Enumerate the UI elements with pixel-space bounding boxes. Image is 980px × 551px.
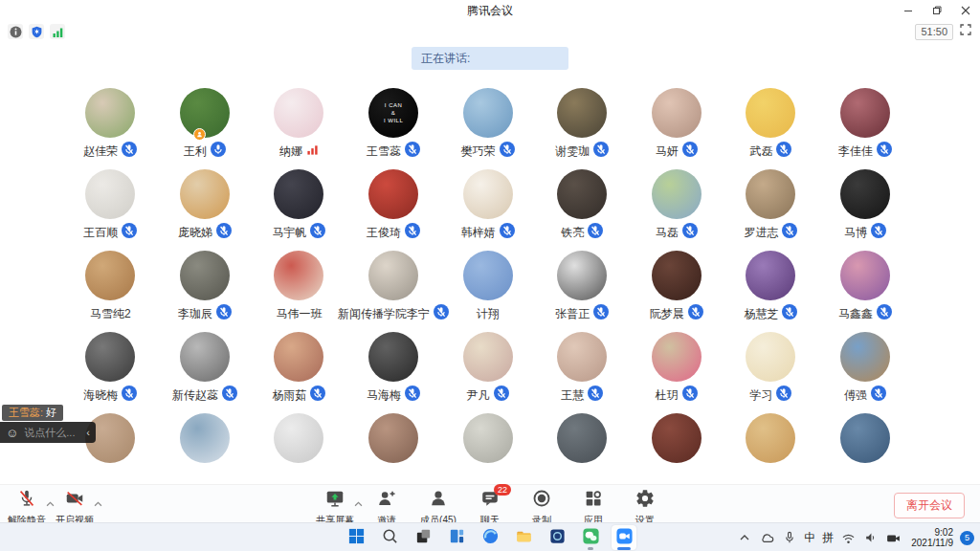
avatar <box>368 251 418 300</box>
taskbar-edge[interactable] <box>478 525 502 550</box>
participant-tile[interactable]: 韩梓婧 <box>440 165 535 247</box>
participant-tile[interactable]: 马妍 <box>630 84 724 165</box>
participant-name: 赵佳荣 <box>83 143 118 160</box>
microphone-icon[interactable] <box>782 530 797 545</box>
chat-input-bar[interactable]: ☺ 说点什么... ‹ <box>0 422 96 443</box>
toolbar-button-apps[interactable]: 应用 <box>572 488 614 527</box>
participant-tile[interactable]: 樊巧荣 <box>440 84 535 165</box>
participant-tile[interactable]: 新闻传播学院李宁 <box>346 247 441 328</box>
participant-tile[interactable]: 赵佳荣 <box>63 84 158 165</box>
chat-input-placeholder[interactable]: 说点什么... <box>24 426 86 440</box>
taskbar-file-explorer[interactable] <box>511 525 536 550</box>
taskbar-search[interactable] <box>377 525 402 550</box>
toolbar-button-members[interactable]: 成员(45) <box>417 488 459 527</box>
cloud-icon[interactable] <box>759 530 775 546</box>
avatar <box>180 413 230 463</box>
participant-tile[interactable] <box>724 409 818 491</box>
toolbar-button-chat[interactable]: 聊天22 <box>469 488 511 527</box>
chat-collapse-icon[interactable]: ‹ <box>86 427 90 438</box>
participant-tile[interactable]: 杨雨茹 <box>252 328 346 409</box>
ime-pinyin-indicator[interactable]: 拼 <box>822 530 834 546</box>
mic-muted-icon <box>782 223 797 242</box>
participant-name: 新闻传播学院李宁 <box>338 306 430 322</box>
participant-tile[interactable]: I CAN&I WILL王雪蕊 <box>346 84 441 165</box>
taskbar-tencent-meeting[interactable] <box>612 525 636 550</box>
wifi-icon[interactable] <box>840 530 857 546</box>
leave-meeting-button[interactable]: 离开会议 <box>894 493 965 518</box>
avatar <box>463 332 513 382</box>
chevron-up-icon[interactable] <box>737 530 752 545</box>
taskbar-task-view[interactable] <box>411 525 435 550</box>
participant-tile[interactable]: 王俊琦 <box>346 165 441 247</box>
emoji-icon[interactable]: ☺ <box>6 427 18 439</box>
fullscreen-icon[interactable] <box>959 23 972 40</box>
chevron-up-icon[interactable] <box>94 494 102 511</box>
participant-tile[interactable]: 马海梅 <box>346 328 441 409</box>
participant-tile[interactable] <box>535 409 630 491</box>
participant-tile[interactable]: 马磊 <box>630 165 724 247</box>
participant-tile[interactable] <box>158 409 253 491</box>
search-icon <box>381 527 399 549</box>
toolbar-button-invite[interactable]: 邀请 <box>366 488 408 527</box>
notification-badge[interactable]: 5 <box>960 531 974 545</box>
participant-tile[interactable]: 马伟一班 <box>252 247 346 328</box>
mic-muted-icon <box>871 386 886 405</box>
participant-tile[interactable]: 纳娜 <box>252 84 346 165</box>
participant-tile[interactable] <box>630 409 724 491</box>
participant-tile[interactable]: 尹凡 <box>440 328 535 409</box>
participant-tile[interactable]: 马宇帆 <box>252 165 346 247</box>
participant-tile[interactable]: 计翔 <box>440 247 535 328</box>
participant-name: 纳娜 <box>279 143 302 160</box>
participant-tile[interactable] <box>440 409 535 491</box>
chevron-up-icon[interactable] <box>354 494 363 511</box>
mic-muted-icon <box>122 386 137 405</box>
participant-tile[interactable]: 杨慧芝 <box>724 247 818 328</box>
participant-tile[interactable]: 李佳佳 <box>818 84 913 165</box>
avatar <box>746 332 795 382</box>
participant-tile[interactable]: 罗进志 <box>724 165 818 247</box>
participant-tile[interactable]: 新传赵蕊 <box>158 328 253 409</box>
participant-tile[interactable]: 阮梦晨 <box>630 247 724 328</box>
participant-tile[interactable] <box>346 409 441 491</box>
participant-tile[interactable]: 李珈辰 <box>158 247 253 328</box>
participant-tile[interactable]: 武磊 <box>724 84 818 165</box>
taskbar-clock[interactable]: 9:02 2021/11/9 <box>911 527 953 548</box>
host-badge-icon <box>193 128 206 141</box>
participant-tile[interactable]: 海晓梅 <box>63 328 158 409</box>
taskbar-start[interactable] <box>344 525 368 550</box>
participant-tile[interactable]: 王利 <box>158 84 253 165</box>
camera-icon[interactable] <box>885 530 902 546</box>
ime-chinese-indicator[interactable]: 中 <box>804 530 815 546</box>
taskbar-widgets[interactable] <box>444 525 469 550</box>
participant-tile[interactable]: 铁亮 <box>535 165 630 247</box>
toolbar-button-camera-off[interactable]: 开启视频 <box>54 488 96 527</box>
avatar <box>840 251 890 300</box>
participant-tile[interactable]: 马鑫鑫 <box>818 247 913 328</box>
participant-tile[interactable]: 马雪纯2 <box>63 247 158 328</box>
toolbar-button-mic-off[interactable]: 解除静音 <box>6 488 48 527</box>
taskbar-wechat[interactable] <box>578 525 603 550</box>
participant-tile[interactable]: 谢雯珈 <box>535 84 630 165</box>
minimize-button[interactable] <box>894 0 923 21</box>
participant-tile[interactable]: 傅强 <box>818 328 913 409</box>
participant-tile[interactable]: 王百顺 <box>63 165 158 247</box>
toolbar-button-share-screen[interactable]: 共享屏幕 <box>314 488 356 527</box>
network-signal-icon[interactable] <box>50 24 65 39</box>
participant-tile[interactable]: 王慧 <box>535 328 630 409</box>
mic-muted-icon <box>405 223 420 242</box>
maximize-button[interactable] <box>923 0 951 21</box>
participant-tile[interactable]: 张普正 <box>535 247 630 328</box>
toolbar-button-settings[interactable]: 设置 <box>624 488 666 527</box>
participant-tile[interactable] <box>818 409 913 491</box>
speaker-icon[interactable] <box>863 530 879 545</box>
close-button[interactable] <box>951 0 980 21</box>
security-shield-icon[interactable] <box>29 24 44 39</box>
meeting-info-icon[interactable] <box>8 24 23 39</box>
participant-tile[interactable] <box>252 409 346 491</box>
participant-tile[interactable]: 学习 <box>724 328 818 409</box>
taskbar-meeting-rooms[interactable] <box>545 525 569 550</box>
participant-tile[interactable]: 庞晓娣 <box>158 165 253 247</box>
toolbar-button-record[interactable]: 录制 <box>521 488 563 527</box>
participant-tile[interactable]: 马博 <box>818 165 913 247</box>
participant-tile[interactable]: 杜玥 <box>630 328 724 409</box>
